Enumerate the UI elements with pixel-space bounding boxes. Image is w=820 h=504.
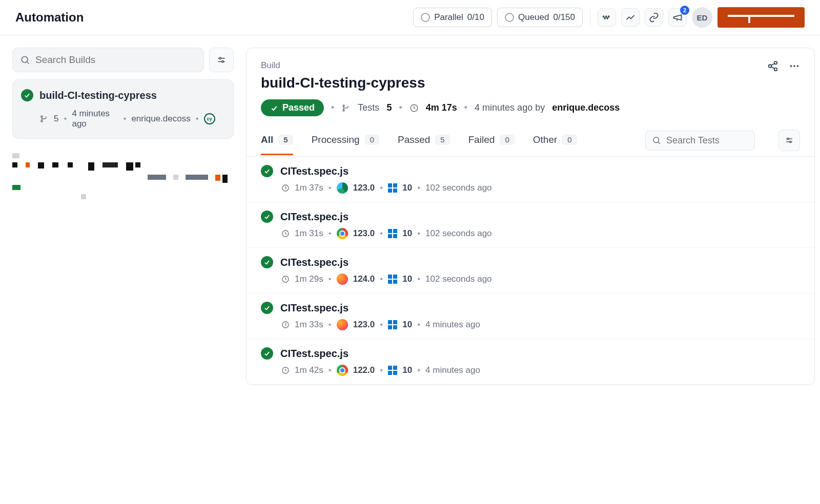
test-name: CITest.spec.js xyxy=(280,211,348,223)
chrome-icon xyxy=(337,365,348,376)
filter-builds-button[interactable] xyxy=(209,48,234,72)
svg-point-11 xyxy=(774,61,777,65)
svg-point-23 xyxy=(787,138,789,140)
svg-point-17 xyxy=(793,65,795,67)
header-actions: Parallel 0/10 Queued 0/150 2 ED xyxy=(413,7,805,28)
svg-point-28 xyxy=(282,322,289,328)
os-version: 10 xyxy=(402,365,412,375)
test-row[interactable]: CITest.spec.js 1m 33s • 123.0 • 10 • 4 m… xyxy=(247,293,814,339)
queued-label: Queued xyxy=(518,12,549,23)
windows-icon xyxy=(388,183,397,193)
svg-point-18 xyxy=(797,65,799,67)
notification-badge: 2 xyxy=(680,6,689,15)
svg-point-9 xyxy=(343,110,344,111)
parallel-value: 0/10 xyxy=(467,12,484,23)
search-builds-input-wrap[interactable] xyxy=(12,48,204,72)
test-time-ago: 102 seconds ago xyxy=(425,228,492,239)
browser-version: 123.0 xyxy=(353,320,375,330)
sliders-icon xyxy=(785,136,794,145)
status-passed-icon xyxy=(261,165,273,177)
tab-all[interactable]: All 5 xyxy=(261,126,293,155)
link-icon-button[interactable] xyxy=(645,8,663,27)
status-passed-icon xyxy=(261,256,273,268)
duration: 4m 17s xyxy=(426,102,457,113)
tab-other[interactable]: Other 0 xyxy=(533,126,577,155)
svg-point-12 xyxy=(769,65,772,68)
svg-point-24 xyxy=(790,141,791,143)
test-duration: 1m 33s xyxy=(295,320,323,330)
test-name: CITest.spec.js xyxy=(280,257,348,268)
status-passed-icon xyxy=(21,89,33,101)
test-time-ago: 4 minutes ago xyxy=(425,320,480,330)
svg-point-6 xyxy=(41,116,43,117)
sliders-icon xyxy=(216,55,227,65)
svg-point-19 xyxy=(653,137,659,143)
filter-tests-button[interactable] xyxy=(778,130,800,151)
search-tests-input-wrap[interactable] xyxy=(645,131,755,151)
test-row[interactable]: CITest.spec.js 1m 37s • 123.0 • 10 • 102… xyxy=(247,157,814,202)
panel-user: enrique.decoss xyxy=(552,102,620,113)
search-icon xyxy=(20,55,30,65)
test-duration: 1m 37s xyxy=(295,183,323,193)
build-card[interactable]: build-CI-testing-cypress 5 • 4 minutes a… xyxy=(12,79,234,139)
test-time-ago: 102 seconds ago xyxy=(425,183,492,193)
firefox-icon xyxy=(337,274,348,285)
parallel-label: Parallel xyxy=(434,12,463,23)
tab-processing[interactable]: Processing 0 xyxy=(312,126,379,155)
build-name: build-CI-testing-cypress xyxy=(39,90,157,101)
main: Build build-CI-testing-cypress Passed • … xyxy=(246,35,820,498)
waveform-icon-button[interactable] xyxy=(598,8,616,27)
upgrade-button[interactable] xyxy=(717,7,805,28)
test-name: CITest.spec.js xyxy=(280,348,348,360)
clock-icon xyxy=(281,366,290,374)
test-row[interactable]: CITest.spec.js 1m 42s • 122.0 • 10 • 4 m… xyxy=(247,339,814,385)
tabs: All 5 Processing 0 Passed 5 Failed 0 Oth… xyxy=(247,124,814,157)
browser-version: 123.0 xyxy=(353,228,375,239)
edge-icon xyxy=(337,182,348,194)
circle-icon xyxy=(421,13,430,22)
status-badge: Passed xyxy=(261,99,324,116)
analytics-icon-button[interactable] xyxy=(621,8,640,27)
test-duration: 1m 42s xyxy=(295,365,323,375)
clock-icon xyxy=(281,184,290,192)
tab-passed[interactable]: Passed 5 xyxy=(398,126,450,155)
svg-line-15 xyxy=(771,67,774,69)
clock-icon xyxy=(281,229,290,238)
build-time-ago: 4 minutes ago xyxy=(72,109,118,129)
browser-version: 124.0 xyxy=(353,274,375,284)
tests-label: Tests xyxy=(358,102,379,113)
tests-icon xyxy=(39,114,49,123)
test-time-ago: 4 minutes ago xyxy=(425,365,480,375)
tests-list: CITest.spec.js 1m 37s • 123.0 • 10 • 102… xyxy=(247,157,814,385)
panel-label: Build xyxy=(261,60,767,71)
test-row[interactable]: CITest.spec.js 1m 29s • 124.0 • 10 • 102… xyxy=(247,248,814,293)
page-title: Automation xyxy=(15,10,84,25)
time-ago-label: 4 minutes ago by xyxy=(475,102,545,113)
divider xyxy=(590,9,590,26)
build-test-count: 5 xyxy=(54,114,58,124)
svg-point-10 xyxy=(411,104,418,112)
search-builds-input[interactable] xyxy=(35,54,196,66)
more-icon[interactable] xyxy=(789,60,800,72)
os-version: 10 xyxy=(402,320,412,330)
svg-point-5 xyxy=(222,61,223,62)
megaphone-icon-button[interactable]: 2 xyxy=(668,8,687,27)
redacted-graphic xyxy=(12,153,234,199)
search-tests-input[interactable] xyxy=(666,135,748,146)
search-icon xyxy=(652,136,661,145)
queued-pill[interactable]: Queued 0/150 xyxy=(497,8,583,27)
status-passed-icon xyxy=(261,211,273,223)
windows-icon xyxy=(388,320,397,329)
svg-point-29 xyxy=(282,367,289,373)
share-icon[interactable] xyxy=(767,60,778,72)
check-icon xyxy=(270,104,278,112)
tab-failed[interactable]: Failed 0 xyxy=(468,126,515,155)
firefox-icon xyxy=(337,319,348,330)
svg-point-16 xyxy=(790,65,792,67)
svg-point-4 xyxy=(219,57,221,59)
test-time-ago: 102 seconds ago xyxy=(425,274,492,284)
windows-icon xyxy=(388,366,397,375)
test-row[interactable]: CITest.spec.js 1m 31s • 123.0 • 10 • 102… xyxy=(247,202,814,248)
parallel-pill[interactable]: Parallel 0/10 xyxy=(413,8,492,27)
avatar[interactable]: ED xyxy=(692,7,712,28)
